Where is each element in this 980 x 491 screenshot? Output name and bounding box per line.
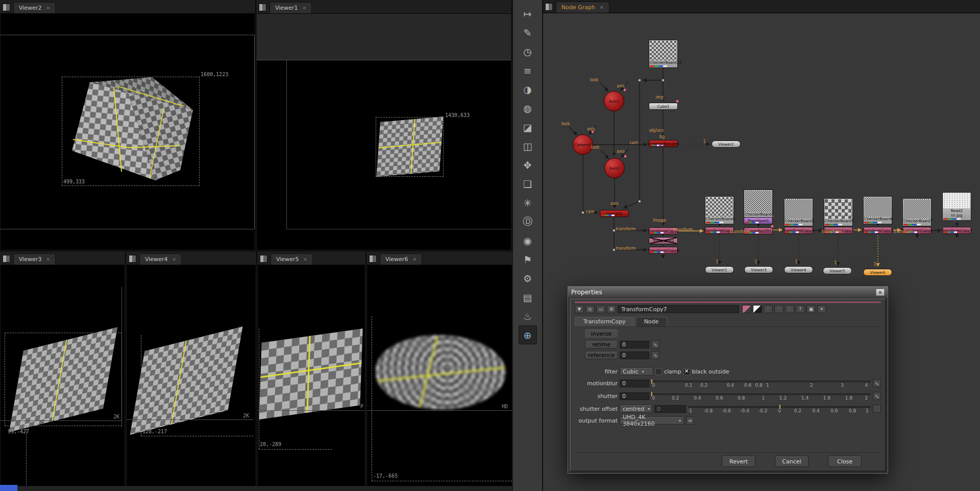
pane-split-icon[interactable]	[545, 3, 553, 11]
help-icon[interactable]: ?	[796, 305, 805, 313]
node-color-swatch[interactable]	[742, 305, 751, 313]
close-icon[interactable]: ✕	[302, 6, 306, 11]
pane-split-icon[interactable]	[129, 255, 136, 263]
pane-split-icon[interactable]	[369, 255, 377, 263]
tab-transformcopy[interactable]: TransformCopy	[575, 317, 634, 326]
pane-split-icon[interactable]	[3, 4, 10, 11]
close-icon[interactable]: ✕	[46, 6, 50, 11]
tab-viewer5[interactable]: Viewer5 ✕	[271, 253, 313, 265]
tab-viewer4[interactable]: Viewer4 ✕	[139, 253, 182, 265]
reference-field[interactable]	[620, 352, 649, 359]
close-icon[interactable]: ✕	[412, 257, 416, 262]
transform-icon[interactable]: ✥	[519, 155, 537, 174]
filter-select[interactable]: Cubic ▾	[620, 367, 653, 376]
black-outside-checkbox[interactable]: ✕	[683, 368, 690, 375]
redo-icon[interactable]: ↷	[774, 305, 783, 313]
retime-field[interactable]	[620, 341, 649, 348]
clamp-checkbox[interactable]	[655, 368, 662, 375]
draw-pen-icon[interactable]: ✎	[519, 23, 537, 42]
equals-button[interactable]: =	[686, 416, 694, 425]
collapse-triangle-icon[interactable]: ▼	[575, 305, 584, 313]
ocula-globe-icon[interactable]: ⊕	[519, 325, 537, 344]
curve-editor-icon[interactable]: ∿	[651, 340, 659, 348]
shutter-field[interactable]	[620, 392, 649, 400]
close-window-icon[interactable]: ✕	[876, 289, 885, 296]
gl-color-swatch[interactable]	[753, 305, 762, 313]
float-window-icon[interactable]: ▣	[806, 305, 816, 313]
close-icon[interactable]: ✕	[303, 257, 307, 262]
other-drawer-icon[interactable]: ▤	[519, 288, 537, 307]
properties-window[interactable]: Properties ✕ ▼◎▭⚙ ↶↷↻?▣✕ TransformCopy N…	[568, 286, 888, 474]
tab-viewer1[interactable]: Viewer1 ✕	[270, 2, 312, 13]
shutter-offset-slider[interactable]: -1-0.8-0.6-0.4-0.200.20.40.60.81	[688, 404, 871, 414]
tab-node[interactable]: Node	[635, 317, 668, 326]
filter-icon[interactable]: ◍	[519, 99, 537, 118]
monitor-icon[interactable]: ▭	[596, 305, 605, 313]
close-panel-icon[interactable]: ✕	[817, 305, 826, 313]
slider-tick: -0.4	[740, 408, 749, 413]
cancel-button[interactable]: Cancel	[775, 456, 808, 467]
slider-handle[interactable]	[651, 391, 653, 397]
shutter-offset-label: shutter offset	[575, 406, 618, 412]
close-icon[interactable]: ✕	[600, 5, 604, 10]
close-button[interactable]: Close	[828, 456, 862, 467]
selection-bbox[interactable]	[62, 77, 200, 186]
image-read-icon[interactable]: ↦	[519, 4, 537, 23]
tab-viewer3[interactable]: Viewer3 ✕	[13, 253, 56, 265]
close-icon[interactable]: ✕	[46, 257, 50, 262]
furnace-flame-icon[interactable]: ♨	[519, 307, 537, 325]
revert-knobs-icon[interactable]: ↻	[785, 305, 794, 313]
center-node-icon[interactable]: ◎	[585, 305, 595, 313]
wrench-icon[interactable]: ⚙	[607, 305, 616, 313]
slider-handle[interactable]	[779, 404, 781, 410]
pane-split-icon[interactable]	[260, 255, 267, 263]
curve-editor-icon[interactable]: ∿	[873, 379, 881, 387]
slider-handle[interactable]	[651, 379, 653, 384]
shutter-offset-field[interactable]	[654, 405, 686, 413]
bbox-guide	[26, 426, 27, 485]
slider-tick: 0.2	[672, 395, 679, 401]
revert-button[interactable]: Revert	[722, 456, 755, 467]
toolsets-wrench-icon[interactable]: ⚙	[519, 269, 537, 288]
threed-cube-icon[interactable]: ❏	[519, 174, 537, 193]
shutter-slider[interactable]: 00.20.40.60.811.21.41.61.82	[651, 391, 871, 401]
blank-button[interactable]	[873, 405, 881, 413]
merge-icon[interactable]: ◫	[519, 136, 537, 155]
wire-label: transform	[616, 227, 635, 231]
bbox-edge	[259, 449, 332, 450]
shutter-offset-select[interactable]: centred ▾	[620, 405, 652, 413]
metadata-tag-icon[interactable]: ⚑	[519, 250, 537, 269]
tab-label: Node Graph	[561, 4, 595, 11]
selection-bbox[interactable]	[5, 333, 122, 426]
nodes-toolbar: ↦✎◷≡◑◍◪◫✥❏✳Ⓓ◉⚑⚙▤♨⊕	[512, 0, 543, 491]
close-icon[interactable]: ✕	[172, 257, 176, 262]
pane-split-icon[interactable]	[259, 4, 266, 11]
curve-editor-icon[interactable]: ∿	[873, 392, 881, 400]
wire-label: Image	[653, 218, 666, 223]
node-name-field[interactable]	[618, 305, 739, 313]
reference-button[interactable]: reference	[585, 351, 618, 359]
retime-button[interactable]: retime	[585, 340, 618, 348]
selection-bbox[interactable]	[376, 117, 444, 177]
rippled-checker-image	[376, 335, 506, 409]
tab-viewer2[interactable]: Viewer2 ✕	[13, 2, 56, 13]
output-format-select[interactable]: UHD_4K 3840x2160 ▾	[620, 416, 684, 425]
particles-icon[interactable]: ✳	[519, 193, 537, 212]
keyer-icon[interactable]: ◪	[519, 118, 537, 136]
motionblur-field[interactable]	[620, 380, 649, 387]
dialog-buttons: Revert Cancel Close	[575, 452, 881, 471]
pane-split-icon[interactable]	[3, 255, 10, 263]
tab-node-graph[interactable]: Node Graph ✕	[556, 2, 609, 13]
tab-viewer6[interactable]: Viewer6 ✕	[380, 253, 422, 265]
motionblur-slider[interactable]: 00.10.20.40.60.81234	[651, 378, 871, 388]
undo-icon[interactable]: ↶	[764, 305, 773, 313]
views-eye-icon[interactable]: ◉	[519, 231, 537, 250]
inverse-button[interactable]: inverse	[585, 330, 618, 338]
wire-label: obj/scn	[649, 128, 664, 133]
properties-titlebar[interactable]: Properties ✕	[568, 287, 888, 298]
color-icon[interactable]: ◑	[519, 80, 537, 99]
deep-icon[interactable]: Ⓓ	[519, 212, 537, 231]
curve-editor-icon[interactable]: ∿	[651, 351, 659, 359]
channel-icon[interactable]: ≡	[519, 61, 537, 80]
time-clock-icon[interactable]: ◷	[519, 42, 537, 61]
